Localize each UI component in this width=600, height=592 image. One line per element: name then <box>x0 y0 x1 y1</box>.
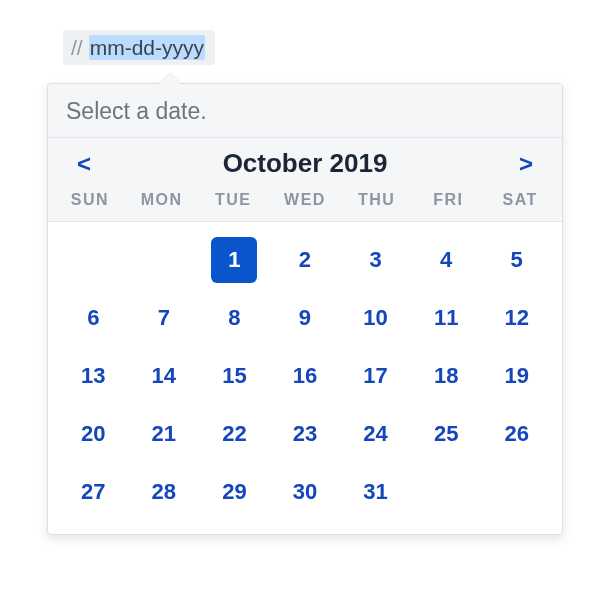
day-cell[interactable]: 23 <box>270 410 341 458</box>
popover-arrow <box>158 73 182 85</box>
next-month-button[interactable]: > <box>504 150 548 178</box>
day-cell[interactable]: 18 <box>411 352 482 400</box>
prev-month-button[interactable]: < <box>62 150 106 178</box>
day-cell[interactable]: 7 <box>129 294 200 342</box>
weekday-header: SAT <box>484 191 556 209</box>
date-input-placeholder: mm-dd-yyyy <box>89 35 205 60</box>
day-cell[interactable]: 4 <box>411 236 482 284</box>
day-cell[interactable]: 14 <box>129 352 200 400</box>
day-cell[interactable]: 6 <box>58 294 129 342</box>
day-cell[interactable]: 29 <box>199 468 270 516</box>
day-cell[interactable]: 5 <box>481 236 552 284</box>
day-cell[interactable]: 2 <box>270 236 341 284</box>
day-cell[interactable]: 12 <box>481 294 552 342</box>
day-cell[interactable]: 22 <box>199 410 270 458</box>
day-cell[interactable]: 31 <box>340 468 411 516</box>
day-cell[interactable]: 30 <box>270 468 341 516</box>
day-cell[interactable]: 27 <box>58 468 129 516</box>
day-cell[interactable]: 8 <box>199 294 270 342</box>
day-cell[interactable]: 1 <box>199 236 270 284</box>
weekday-header: TUE <box>197 191 269 209</box>
weekday-header: THU <box>341 191 413 209</box>
day-cell[interactable]: 15 <box>199 352 270 400</box>
calendar: < October 2019 > SUNMONTUEWEDTHUFRISAT 1… <box>48 137 562 534</box>
weekday-header: WED <box>269 191 341 209</box>
day-cell[interactable]: 21 <box>129 410 200 458</box>
day-cell-empty <box>58 236 129 284</box>
day-cell[interactable]: 24 <box>340 410 411 458</box>
day-cell[interactable]: 16 <box>270 352 341 400</box>
day-cell[interactable]: 25 <box>411 410 482 458</box>
weekday-header: FRI <box>413 191 485 209</box>
weekday-header: MON <box>126 191 198 209</box>
day-cell[interactable]: 19 <box>481 352 552 400</box>
weekday-header-row: SUNMONTUEWEDTHUFRISAT <box>48 185 562 222</box>
day-cell[interactable]: 9 <box>270 294 341 342</box>
month-title: October 2019 <box>106 148 504 179</box>
days-grid: 1234567891011121314151617181920212223242… <box>48 222 562 534</box>
date-input-slashes: // <box>71 35 83 60</box>
weekday-header: SUN <box>54 191 126 209</box>
day-cell[interactable]: 17 <box>340 352 411 400</box>
popover-title: Select a date. <box>48 84 562 137</box>
day-cell[interactable]: 3 <box>340 236 411 284</box>
date-picker-popover: Select a date. < October 2019 > SUNMONTU… <box>47 83 563 535</box>
day-cell[interactable]: 11 <box>411 294 482 342</box>
date-input[interactable]: // mm-dd-yyyy <box>63 30 215 65</box>
day-cell[interactable]: 13 <box>58 352 129 400</box>
day-cell[interactable]: 20 <box>58 410 129 458</box>
day-cell[interactable]: 28 <box>129 468 200 516</box>
day-cell[interactable]: 26 <box>481 410 552 458</box>
day-cell[interactable]: 10 <box>340 294 411 342</box>
day-cell-empty <box>129 236 200 284</box>
